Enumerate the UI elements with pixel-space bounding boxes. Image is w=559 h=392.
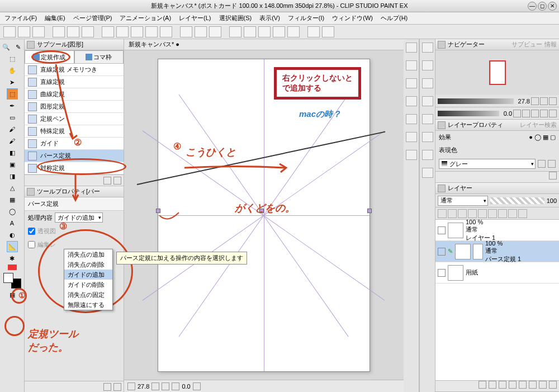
- trash-icon[interactable]: [113, 177, 121, 185]
- tool-color1-icon[interactable]: [8, 265, 17, 270]
- qa-folder-icon[interactable]: [406, 150, 417, 160]
- popup-item[interactable]: ガイドの追加: [64, 270, 112, 280]
- tool-brush-icon[interactable]: 🖌: [7, 124, 18, 135]
- qa-btn-icon[interactable]: [406, 42, 417, 53]
- visibility-icon[interactable]: [438, 248, 446, 256]
- layer-row[interactable]: 用紙: [435, 262, 559, 284]
- expression-dropdown[interactable]: グレー: [439, 159, 536, 169]
- mask-icon[interactable]: [519, 381, 527, 389]
- rotate-icon[interactable]: [193, 382, 201, 390]
- toolbar-delete-icon[interactable]: [82, 26, 94, 37]
- color-swatch[interactable]: [3, 273, 21, 289]
- toolbar-misc1-icon[interactable]: [229, 26, 241, 37]
- trash-icon[interactable]: [529, 381, 537, 389]
- subtool-tab-ruler[interactable]: 定規作成: [25, 50, 74, 63]
- canvas-paper[interactable]: [158, 59, 370, 372]
- navigator-preview[interactable]: [435, 50, 559, 95]
- qa-sun-icon[interactable]: [422, 78, 433, 88]
- tool-balloon-icon[interactable]: ◯: [7, 206, 18, 217]
- combine-icon[interactable]: [518, 209, 527, 218]
- zoom-slider[interactable]: [438, 98, 514, 104]
- qa-folder-icon[interactable]: [422, 96, 433, 106]
- close-button[interactable]: ✕: [548, 2, 557, 11]
- rotate-left-icon[interactable]: [513, 110, 521, 117]
- subtool-item[interactable]: 定規ペン: [25, 113, 124, 125]
- subtool-item[interactable]: 直線定規: [25, 76, 124, 88]
- up-icon[interactable]: [539, 381, 547, 389]
- new-folder-icon[interactable]: [489, 381, 496, 389]
- ruler-show-icon[interactable]: [498, 209, 507, 218]
- flip-h-icon[interactable]: [540, 110, 548, 117]
- new-layer-icon[interactable]: [479, 381, 486, 389]
- tool-eyedropper-icon[interactable]: ✎: [13, 41, 24, 53]
- zoom-in-icon[interactable]: [172, 382, 179, 390]
- tool-gradient-icon[interactable]: ◨: [7, 171, 18, 182]
- popup-item[interactable]: 無限遠にする: [64, 300, 112, 310]
- menu-animation[interactable]: アニメーション(A): [120, 14, 171, 22]
- tool-blur-icon[interactable]: ✱: [7, 253, 18, 264]
- tool-fill-icon[interactable]: ▣: [7, 159, 18, 170]
- perspective-handle[interactable]: [156, 209, 160, 213]
- transfer-icon[interactable]: [499, 381, 506, 389]
- popup-item[interactable]: 消失点の追加: [64, 249, 112, 259]
- toolbar-snap2-icon[interactable]: [195, 26, 207, 37]
- rotate-slider[interactable]: [438, 111, 499, 116]
- perspective-checkbox[interactable]: [28, 228, 35, 235]
- tool-text-icon[interactable]: A: [7, 218, 18, 229]
- qa-folder-icon[interactable]: [406, 96, 417, 106]
- lock-alpha-icon[interactable]: [448, 209, 457, 218]
- color-icon[interactable]: [508, 209, 517, 218]
- menu-window[interactable]: ウィンドウ(W): [332, 14, 373, 22]
- subtool-item[interactable]: 直線定規 メモリつき: [25, 64, 124, 76]
- canvas-viewport[interactable]: [124, 50, 404, 380]
- expr-opt-icon[interactable]: [548, 160, 556, 168]
- document-tab[interactable]: 新規キャンバス* ●: [124, 39, 404, 50]
- tool-pen-icon[interactable]: ✒: [7, 100, 18, 111]
- tab-layersearch[interactable]: レイヤー検索: [520, 121, 557, 129]
- blend-mode-dropdown[interactable]: 通常: [438, 196, 488, 206]
- zoom-out-icon[interactable]: [531, 97, 539, 105]
- qa-folder-icon[interactable]: [406, 132, 417, 142]
- toolbar-misc4-icon[interactable]: [273, 26, 285, 37]
- clip-icon[interactable]: [458, 209, 467, 218]
- subtool-item[interactable]: 特殊定規: [25, 125, 124, 138]
- toolbar-misc2-icon[interactable]: [244, 26, 256, 37]
- tool-transparent-icon[interactable]: ▦: [7, 289, 18, 300]
- perspective-handle[interactable]: [367, 209, 372, 213]
- tool-hand-icon[interactable]: ✋: [7, 65, 18, 76]
- visibility-icon[interactable]: [438, 269, 446, 277]
- tool-correction-icon[interactable]: ◐: [7, 229, 18, 240]
- menu-file[interactable]: ファイル(F): [4, 14, 37, 22]
- page-nav-icon[interactable]: [127, 382, 135, 390]
- subtool-item-perspective[interactable]: パース定規: [25, 150, 124, 162]
- processing-dropdown[interactable]: ガイドの追加: [55, 212, 103, 223]
- merge-icon[interactable]: [509, 381, 517, 389]
- tool-select-icon[interactable]: ➤: [7, 77, 18, 88]
- toolbar-snap1-icon[interactable]: [180, 26, 192, 37]
- tool-frame-icon[interactable]: ▦: [7, 194, 18, 205]
- qa-folder-icon[interactable]: [422, 168, 433, 178]
- tab-subview[interactable]: サブビュー: [511, 40, 542, 49]
- toolbar-save-icon[interactable]: [32, 26, 45, 37]
- tool-ruler-icon[interactable]: 📐: [7, 241, 18, 252]
- tool-wand-icon[interactable]: ⬚: [7, 88, 18, 100]
- tool-eraser-icon[interactable]: ◧: [7, 147, 18, 158]
- minimize-button[interactable]: —: [528, 2, 537, 11]
- toolbar-misc6-icon[interactable]: [307, 26, 320, 37]
- subtool-tab-frame[interactable]: コマ枠: [74, 50, 124, 63]
- tool-move-icon[interactable]: ⬚: [7, 53, 18, 64]
- qa-folder-icon[interactable]: [406, 60, 417, 70]
- tab-info[interactable]: 情報: [544, 40, 557, 49]
- draft-icon[interactable]: [478, 209, 487, 218]
- toolbar-cloud-icon[interactable]: [322, 26, 334, 37]
- qa-folder-icon[interactable]: [422, 114, 433, 124]
- settings-icon[interactable]: [103, 383, 111, 391]
- qa-folder-icon[interactable]: [406, 114, 417, 124]
- ref-icon[interactable]: [468, 209, 477, 218]
- toolbar-sel1-icon[interactable]: [102, 26, 114, 37]
- qa-btn-icon[interactable]: [422, 42, 433, 53]
- lock-icon[interactable]: [438, 209, 447, 218]
- expr-opt-icon[interactable]: [538, 160, 546, 168]
- rotate-reset-icon[interactable]: [522, 110, 530, 117]
- zoom-fit-icon[interactable]: [540, 97, 548, 105]
